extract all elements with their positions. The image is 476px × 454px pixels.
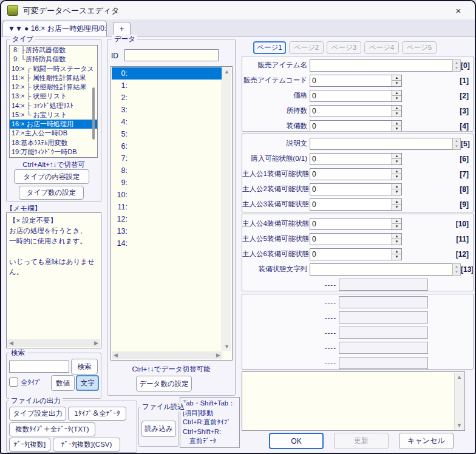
scroll-up-icon[interactable]: ▲ (222, 69, 231, 75)
file-output-button[interactable]: 複数ﾀｲﾌﾟ＋全ﾃﾞｰﾀ(TXT) (9, 422, 95, 436)
type-list-scrollbar[interactable] (92, 87, 95, 140)
spinner[interactable]: ▲▼ (392, 248, 402, 260)
field-input[interactable] (310, 263, 453, 276)
type-list-item[interactable]: 13:× ├ 状態リスト (10, 92, 97, 101)
spinner[interactable]: ▲▼ (392, 198, 402, 211)
field-input[interactable] (339, 279, 428, 291)
scroll-up-icon[interactable]: ▲ (455, 374, 464, 380)
spinner-up-icon[interactable]: ▲ (392, 219, 401, 225)
type-list-item[interactable]: 16:× お店一時処理用 (10, 120, 97, 129)
spinner-down-icon[interactable]: ▼ (392, 159, 401, 164)
spinner-down-icon[interactable]: ▼ (453, 144, 460, 149)
data-id-input[interactable] (124, 49, 219, 61)
type-list-item[interactable]: 9: └所持防具個数 (10, 55, 97, 64)
field-input[interactable]: 0 (310, 218, 392, 230)
spinner-up-icon[interactable]: ▲ (453, 264, 460, 269)
data-list[interactable]: 0: 1: 2: 3: 4: 5: 6: 7: 8: 9: 10: 11: 12… (110, 66, 233, 361)
field-input[interactable]: 0 (310, 153, 392, 165)
spinner[interactable]: ▲▼ (392, 233, 402, 245)
type-list-item[interactable]: 8: ├所持武器個数 (10, 46, 97, 55)
type-list-item[interactable]: 18:基本ｼｽﾃﾑ用変数 (10, 138, 97, 147)
update-button[interactable]: 更新 (334, 433, 389, 449)
scroll-right-icon[interactable]: ▶ (216, 351, 220, 359)
spinner[interactable]: ▲▼ (392, 153, 402, 165)
spinner-down-icon[interactable]: ▼ (392, 126, 401, 132)
spinner-up-icon[interactable]: ▲ (453, 60, 460, 66)
spinner-down-icon[interactable]: ▼ (392, 189, 401, 195)
data-list-item[interactable]: 9: (112, 177, 222, 189)
spinner-down-icon[interactable]: ▼ (453, 66, 460, 71)
file-output-button[interactable]: ﾃﾞｰﾀ[複数](CSV) (53, 438, 120, 452)
page-tab-button[interactable]: ページ4 (364, 41, 399, 54)
data-list-item[interactable]: 8: (112, 164, 222, 177)
spinner[interactable]: ▲▼ (452, 59, 461, 72)
type-list-item[interactable]: 19:万能ｳｨﾝﾄﾞｳ一時DB (10, 147, 97, 157)
data-count-settings-button[interactable]: データ数の設定 (136, 376, 192, 391)
spinner-up-icon[interactable]: ▲ (392, 169, 401, 175)
type-list-item[interactable]: 15:× └ お宝リスト (10, 110, 97, 120)
data-list-item[interactable]: 14: (112, 237, 222, 249)
field-input[interactable]: 0 (310, 90, 392, 102)
field-input[interactable]: 0 (310, 183, 392, 195)
spinner-down-icon[interactable]: ▼ (392, 81, 401, 86)
spinner-up-icon[interactable]: ▲ (392, 184, 401, 190)
file-output-button[interactable]: タイプ設定出力 (9, 407, 66, 421)
spinner-up-icon[interactable]: ▲ (392, 249, 401, 255)
data-list-item[interactable]: 6: (112, 140, 222, 152)
data-list-item[interactable]: 3: (112, 104, 222, 116)
close-icon[interactable]: × (452, 4, 465, 16)
search-input[interactable] (9, 361, 69, 373)
scroll-down-icon[interactable]: ▼ (455, 422, 464, 429)
spinner-up-icon[interactable]: ▲ (453, 138, 460, 144)
page-tab-button[interactable]: ページ5 (402, 41, 437, 54)
spinner-down-icon[interactable]: ▼ (392, 111, 401, 117)
spinner[interactable]: ▲▼ (392, 75, 402, 87)
data-list-item[interactable]: 11: (112, 201, 222, 213)
data-list-hscrollbar[interactable]: ◀▶ (112, 351, 222, 359)
field-input[interactable]: 0 (310, 168, 392, 180)
spinner[interactable]: ▲▼ (392, 105, 402, 117)
data-list-item[interactable]: 1: (112, 80, 222, 92)
file-output-button[interactable]: 1ﾀｲﾌﾟ＆全ﾃﾞｰﾀ (68, 407, 126, 421)
field-input[interactable] (310, 138, 453, 150)
all-type-checkbox-label[interactable]: 全ﾀｲﾌﾟ (21, 378, 42, 387)
page-tab-button[interactable]: ページ3 (327, 41, 361, 54)
field-input[interactable] (339, 342, 428, 354)
spinner[interactable]: ▲▼ (392, 120, 402, 132)
field-input[interactable]: 0 (310, 120, 392, 132)
spinner-down-icon[interactable]: ▼ (392, 254, 401, 260)
spinner-up-icon[interactable]: ▲ (392, 90, 401, 97)
spinner-down-icon[interactable]: ▼ (453, 269, 460, 275)
field-input[interactable]: 0 (310, 248, 392, 260)
spinner-down-icon[interactable]: ▼ (392, 174, 401, 180)
cancel-button[interactable]: キャンセル (399, 433, 454, 449)
search-button[interactable]: 検索 (71, 359, 98, 374)
file-load-button[interactable]: 読み込み (141, 421, 176, 437)
type-list-item[interactable]: 11:× ├ 属性耐性計算結果 (10, 73, 97, 83)
field-input[interactable]: 0 (310, 75, 392, 87)
field-input[interactable] (339, 357, 428, 369)
type-list[interactable]: 8: ├所持武器個数 9: └所持防具個数 10:× ┌ 戦闘一時ステータス 1… (9, 45, 98, 158)
memo-hscrollbar[interactable]: ◀▶ (7, 339, 100, 347)
spinner[interactable]: ▲▼ (452, 263, 461, 276)
spinner[interactable]: ▲▼ (392, 168, 402, 180)
type-list-item[interactable]: 14:× ├ ｺﾏﾝﾄﾞ処理ﾘｽﾄ (10, 101, 97, 110)
data-list-item[interactable]: 10: (112, 189, 222, 201)
file-output-button[interactable]: ﾃﾞｰﾀ[複数] (9, 438, 50, 452)
add-tab-button[interactable]: + (113, 22, 131, 36)
data-list-item[interactable]: 7: (112, 152, 222, 164)
data-list-item[interactable]: 13: (112, 225, 222, 237)
spinner-down-icon[interactable]: ▼ (392, 224, 401, 229)
field-input[interactable] (339, 311, 428, 324)
data-list-item[interactable]: 4: (112, 116, 222, 128)
all-type-checkbox[interactable] (9, 378, 18, 387)
search-numeric-toggle[interactable]: 数値 (51, 375, 75, 391)
data-list-item[interactable]: 0: (112, 67, 222, 80)
type-list-item[interactable]: 10:× ┌ 戦闘一時ステータス (10, 64, 97, 73)
type-list-item[interactable]: 12:× ├ 状態耐性計算結果 (10, 83, 97, 92)
data-list-item[interactable]: 5: (112, 128, 222, 140)
spinner[interactable]: ▲▼ (392, 90, 402, 102)
data-list-vscrollbar[interactable]: ▲▼ (222, 67, 231, 351)
scroll-left-icon[interactable]: ◀ (9, 339, 13, 347)
page-tab-button[interactable]: ページ2 (289, 41, 324, 54)
